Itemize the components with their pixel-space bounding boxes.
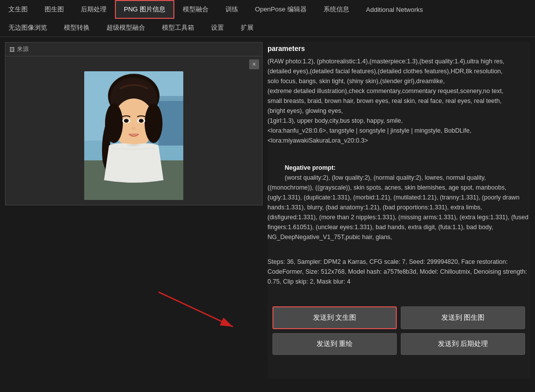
nav-extensions[interactable]: 扩展 <box>232 19 262 37</box>
top-navigation: 文生图 图生图 后期处理 PNG 图片信息 模型融合 训练 OpenPose 编… <box>0 0 535 37</box>
nav-model-convert[interactable]: 模型转换 <box>55 19 98 37</box>
parameters-title: parameters <box>268 45 530 52</box>
image-icon: 🖼 <box>9 47 15 52</box>
parameters-section: parameters (RAW photo:1.2), (photorealis… <box>268 42 530 294</box>
main-content: 🖼 来源 <box>0 37 535 384</box>
svg-point-13 <box>125 119 128 122</box>
nav-super-merge[interactable]: 超级模型融合 <box>98 19 154 37</box>
send-to-inpaint-button[interactable]: 发送到 重绘 <box>272 333 397 355</box>
nav-infinite-browse[interactable]: 无边图像浏览 <box>0 19 55 37</box>
svg-point-16 <box>140 119 143 122</box>
svg-line-19 <box>159 292 233 327</box>
close-image-button[interactable]: × <box>249 59 259 69</box>
positive-prompt-text: (RAW photo:1.2), (photorealistic:1.4),(m… <box>268 56 530 146</box>
svg-point-10 <box>145 103 162 143</box>
nav-png-info[interactable]: PNG 图片信息 <box>115 0 174 19</box>
nav-txt2img[interactable]: 文生图 <box>0 0 36 18</box>
negative-prompt-content: (worst quality:2), (low quality:2), (nor… <box>268 174 530 241</box>
steps-info-text: Steps: 36, Sampler: DPM2 a Karras, CFG s… <box>268 257 530 287</box>
send-to-img2img-button[interactable]: 发送到 图生图 <box>401 306 525 329</box>
action-buttons-area: 发送到 文生图 发送到 图生图 发送到 重绘 发送到 后期处理 <box>268 299 530 362</box>
nav-postprocess[interactable]: 后期处理 <box>72 0 115 18</box>
right-panel: parameters (RAW photo:1.2), (photorealis… <box>268 42 530 379</box>
source-label: 🖼 来源 <box>9 45 29 53</box>
send-to-txt2img-button[interactable]: 发送到 文生图 <box>272 306 397 329</box>
image-header: 🖼 来源 <box>5 43 262 56</box>
send-to-extras-button[interactable]: 发送到 后期处理 <box>401 333 525 355</box>
left-panel: 🖼 来源 <box>5 42 263 379</box>
negative-prompt-text: Negative prompt: (worst quality:2), (low… <box>268 153 530 252</box>
annotation-arrow <box>154 287 277 346</box>
nav-train[interactable]: 训练 <box>217 0 247 18</box>
image-upload-area[interactable]: 🖼 来源 <box>5 42 263 205</box>
steps-info-section: Steps: 36, Sampler: DPM2 a Karras, CFG s… <box>268 257 530 287</box>
negative-prompt-label: Negative prompt: <box>285 164 336 171</box>
nav-row-1: 文生图 图生图 后期处理 PNG 图片信息 模型融合 训练 OpenPose 编… <box>0 0 535 19</box>
nav-model-toolbox[interactable]: 模型工具箱 <box>154 19 203 37</box>
nav-row-2: 无边图像浏览 模型转换 超级模型融合 模型工具箱 设置 扩展 <box>0 19 535 37</box>
nav-merge[interactable]: 模型融合 <box>174 0 217 18</box>
nav-img2img[interactable]: 图生图 <box>36 0 72 18</box>
negative-prompt-section: Negative prompt: (worst quality:2), (low… <box>268 150 530 252</box>
uploaded-image <box>84 71 183 200</box>
nav-sysinfo[interactable]: 系统信息 <box>315 0 358 18</box>
portrait-svg <box>84 71 183 200</box>
nav-additional-networks[interactable]: Additional Networks <box>358 1 431 18</box>
image-wrapper: × <box>5 56 262 205</box>
nav-settings[interactable]: 设置 <box>203 19 232 37</box>
svg-point-17 <box>132 127 136 130</box>
nav-openpose[interactable]: OpenPose 编辑器 <box>247 0 315 18</box>
